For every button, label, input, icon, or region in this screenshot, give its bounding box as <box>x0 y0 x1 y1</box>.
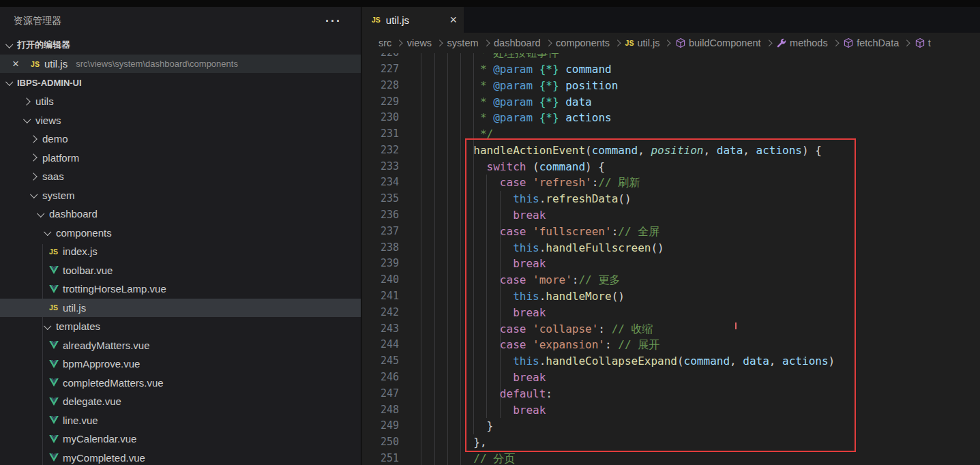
tab-utiljs[interactable]: JS util.js × <box>361 7 464 33</box>
code-line-226[interactable]: 226 * 处理按钮事件 <box>361 53 835 61</box>
tree-item-views[interactable]: views <box>0 111 361 130</box>
close-icon[interactable]: × <box>449 14 457 25</box>
code-line-238[interactable]: 238 this.handleFullscreen() <box>361 240 835 256</box>
vue-file-icon <box>48 360 59 368</box>
breadcrumb-label: system <box>447 38 479 48</box>
breadcrumb-item-fetchData[interactable]: fetchData <box>843 38 899 48</box>
breadcrumb-label: views <box>407 38 432 48</box>
chevron-down-icon <box>5 78 13 86</box>
breadcrumb-label: components <box>556 38 610 48</box>
breadcrumb-item-t[interactable]: t <box>915 38 931 48</box>
tree-item-bpmApprove-vue[interactable]: bpmApprove.vue <box>0 355 361 374</box>
tree-item-trottingHorseLamp-vue[interactable]: trottingHorseLamp.vue <box>0 280 361 299</box>
code-line-236[interactable]: 236 break <box>361 207 835 224</box>
explorer-title: 资源管理器 <box>14 15 61 27</box>
tree-item-myCalendar-vue[interactable]: myCalendar.vue <box>0 430 361 449</box>
code-line-227[interactable]: 227 * @param {*} command <box>361 61 835 78</box>
breadcrumb-item-methods[interactable]: methods <box>776 38 828 48</box>
tree-item-components[interactable]: components <box>0 224 361 243</box>
code-text: break <box>408 305 546 321</box>
code-line-244[interactable]: 244 case 'expansion': // 展开 <box>361 337 835 353</box>
code-line-251[interactable]: 251 // 分页 <box>361 451 835 465</box>
vue-file-icon <box>48 266 59 274</box>
code-line-246[interactable]: 246 break <box>361 370 835 386</box>
tree-item-utils[interactable]: utils <box>0 92 361 111</box>
chevron-right-icon <box>27 174 39 179</box>
breadcrumb-item-dashboard[interactable]: dashboard <box>494 38 541 48</box>
breadcrumb-item-components[interactable]: components <box>556 38 610 48</box>
breadcrumb-item-src[interactable]: src <box>378 38 391 48</box>
code-text: case 'expansion': // 展开 <box>408 337 659 353</box>
tree-item-demo[interactable]: demo <box>0 130 361 149</box>
explorer-header: 资源管理器 ··· <box>0 7 361 35</box>
tree-item-util-js[interactable]: JSutil.js <box>0 299 361 318</box>
code-line-231[interactable]: 231 */ <box>361 126 835 142</box>
code-line-230[interactable]: 230 * @param {*} actions <box>361 110 835 126</box>
code-line-229[interactable]: 229 * @param {*} data <box>361 94 835 110</box>
line-number: 229 <box>361 94 408 110</box>
code-line-247[interactable]: 247 default: <box>361 386 835 402</box>
breadcrumb-item-views[interactable]: views <box>407 38 432 48</box>
chevron-right-icon <box>483 40 489 46</box>
tree-item-alreadyMatters-vue[interactable]: alreadyMatters.vue <box>0 336 361 355</box>
code-editor[interactable]: 226 * 处理按钮事件227 * @param {*} command228 … <box>361 53 980 465</box>
code-line-233[interactable]: 233 switch (command) { <box>361 159 835 175</box>
code-line-239[interactable]: 239 break <box>361 256 835 272</box>
code-line-228[interactable]: 228 * @param {*} position <box>361 78 835 94</box>
code-text: break <box>408 207 546 224</box>
code-line-243[interactable]: 243 case 'collapse': // 收缩 <box>361 321 835 338</box>
code-line-242[interactable]: 242 break <box>361 305 835 321</box>
chevron-right-icon <box>27 155 39 160</box>
tree-item-delegate-vue[interactable]: delegate.vue <box>0 392 361 411</box>
code-line-250[interactable]: 250 }, <box>361 434 835 451</box>
tree-item-line-vue[interactable]: line.vue <box>0 411 361 430</box>
code-line-235[interactable]: 235 this.refreshData() <box>361 191 835 207</box>
line-number: 233 <box>361 159 408 175</box>
line-number: 240 <box>361 272 408 288</box>
code-text: */ <box>408 126 493 142</box>
tree-item-completedMatters-vue[interactable]: completedMatters.vue <box>0 374 361 393</box>
tree-item-dashboard[interactable]: dashboard <box>0 205 361 224</box>
tree-item-system[interactable]: system <box>0 186 361 205</box>
tree-item-platform[interactable]: platform <box>0 149 361 168</box>
code-text: this.handleFullscreen() <box>408 240 664 256</box>
tree-item-templates[interactable]: templates <box>0 317 361 336</box>
tree-item-label: templates <box>56 320 100 332</box>
tree-item-saas[interactable]: saas <box>0 167 361 186</box>
chevron-down-icon <box>20 117 32 123</box>
code-line-249[interactable]: 249 } <box>361 418 835 434</box>
code-line-232[interactable]: 232 handleActionEvent(command, position,… <box>361 142 835 159</box>
js-file-icon: JS <box>625 39 634 47</box>
breadcrumb-label: methods <box>790 38 828 48</box>
tree-item-toolbar-vue[interactable]: toolbar.vue <box>0 261 361 280</box>
tree-item-index-js[interactable]: JSindex.js <box>0 242 361 261</box>
breadcrumb-label: util.js <box>637 38 659 48</box>
code-line-241[interactable]: 241 this.handleMore() <box>361 288 835 305</box>
code-line-237[interactable]: 237 case 'fullscreen':// 全屏 <box>361 224 835 240</box>
line-number: 243 <box>361 321 408 338</box>
js-file-icon: JS <box>48 247 59 256</box>
breadcrumb-item-system[interactable]: system <box>447 38 479 48</box>
chevron-down-icon <box>41 324 53 329</box>
more-actions-icon[interactable]: ··· <box>325 18 342 25</box>
breadcrumb-label: t <box>928 38 931 48</box>
open-editor-item[interactable]: × JS util.js src\views\system\dashboard\… <box>0 55 361 73</box>
code-line-234[interactable]: 234 case 'refresh':// 刷新 <box>361 175 835 191</box>
code-line-240[interactable]: 240 case 'more':// 更多 <box>361 272 835 288</box>
workspace-section-header[interactable]: IBPS-ADMIN-UI <box>0 73 361 92</box>
line-number: 251 <box>361 451 408 465</box>
breadcrumb-item-buildComponent[interactable]: buildComponent <box>675 38 761 48</box>
open-editors-section-header[interactable]: 打开的编辑器 <box>0 35 361 55</box>
tree-item-myCompleted-vue[interactable]: myCompleted.vue <box>0 449 361 465</box>
breadcrumb-label: src <box>378 38 391 48</box>
tree-item-label: utils <box>35 95 54 107</box>
code-line-248[interactable]: 248 break <box>361 402 835 419</box>
code-text: case 'refresh':// 刷新 <box>408 175 640 191</box>
code-text: break <box>408 402 546 419</box>
editor-group: JS util.js × srcviewssystemdashboardcomp… <box>361 7 980 465</box>
explorer-sidebar: 资源管理器 ··· 打开的编辑器 × JS util.js src\views\… <box>0 7 361 465</box>
code-text: } <box>408 418 493 434</box>
close-icon[interactable]: × <box>11 59 20 69</box>
code-line-245[interactable]: 245 this.handleCollapseExpand(command, d… <box>361 353 835 370</box>
breadcrumb-item-util-js[interactable]: JSutil.js <box>625 38 660 48</box>
